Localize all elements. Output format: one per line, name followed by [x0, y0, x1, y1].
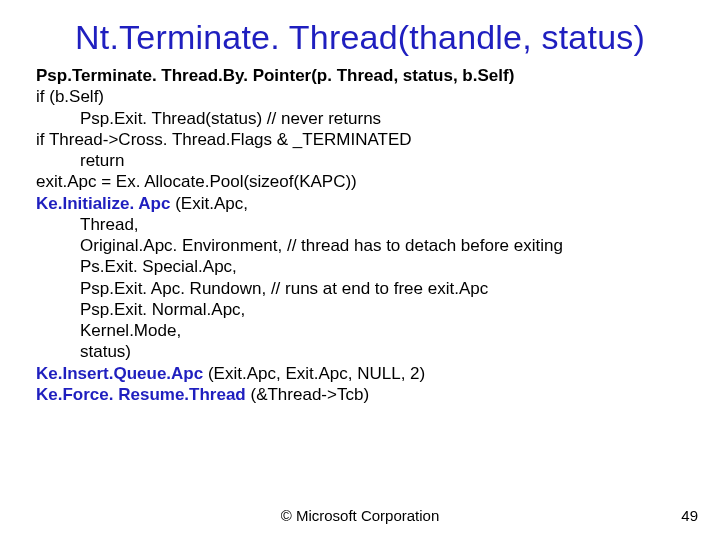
code-text: Ke.Force. Resume.Thread	[36, 385, 250, 404]
code-text: Psp.Exit. Normal.Apc,	[80, 300, 245, 319]
code-line: Kernel.Mode,	[36, 320, 700, 341]
footer-copyright: © Microsoft Corporation	[0, 507, 720, 524]
code-text: exit.Apc = Ex. Allocate.Pool(sizeof(KAPC…	[36, 172, 357, 191]
code-line: Psp.Exit. Apc. Rundown, // runs at end t…	[36, 278, 700, 299]
code-line: if (b.Self)	[36, 86, 700, 107]
code-line: Thread,	[36, 214, 700, 235]
code-text: Ps.Exit. Special.Apc,	[80, 257, 237, 276]
slide-body: Psp.Terminate. Thread.By. Pointer(p. Thr…	[0, 65, 720, 405]
page-number: 49	[681, 507, 698, 524]
code-text: Thread,	[80, 215, 139, 234]
code-fragment: (Exit.Apc,	[175, 194, 248, 213]
code-text: Ke.Insert.Queue.Apc	[36, 364, 208, 383]
code-text: Ke.Initialize. Apc	[36, 194, 175, 213]
code-text: return	[80, 151, 124, 170]
code-text: if Thread->Cross. Thread.Flags & _TERMIN…	[36, 130, 412, 149]
code-text: Psp.Exit. Thread(status) // never return…	[80, 109, 381, 128]
code-text: status)	[80, 342, 131, 361]
code-line: Psp.Exit. Normal.Apc,	[36, 299, 700, 320]
code-fragment: (&Thread->Tcb)	[250, 385, 369, 404]
code-line: if Thread->Cross. Thread.Flags & _TERMIN…	[36, 129, 700, 150]
slide: Nt.Terminate. Thread(thandle, status) Ps…	[0, 0, 720, 540]
code-line: status)	[36, 341, 700, 362]
code-text: Kernel.Mode,	[80, 321, 181, 340]
code-line: Ps.Exit. Special.Apc,	[36, 256, 700, 277]
code-line: return	[36, 150, 700, 171]
code-text: Psp.Terminate. Thread.By. Pointer(p. Thr…	[36, 66, 514, 85]
code-text: if (b.Self)	[36, 87, 104, 106]
code-fragment: (Exit.Apc, Exit.Apc, NULL, 2)	[208, 364, 425, 383]
slide-title: Nt.Terminate. Thread(thandle, status)	[0, 0, 720, 65]
code-text: Psp.Exit. Apc. Rundown, // runs at end t…	[80, 279, 488, 298]
code-text: Original.Apc. Environment, // thread has…	[80, 236, 563, 255]
code-line: Ke.Insert.Queue.Apc (Exit.Apc, Exit.Apc,…	[36, 363, 700, 384]
code-line: Original.Apc. Environment, // thread has…	[36, 235, 700, 256]
code-line: Ke.Initialize. Apc (Exit.Apc,	[36, 193, 700, 214]
code-line: Psp.Exit. Thread(status) // never return…	[36, 108, 700, 129]
code-line: exit.Apc = Ex. Allocate.Pool(sizeof(KAPC…	[36, 171, 700, 192]
code-line: Ke.Force. Resume.Thread (&Thread->Tcb)	[36, 384, 700, 405]
code-line: Psp.Terminate. Thread.By. Pointer(p. Thr…	[36, 65, 700, 86]
